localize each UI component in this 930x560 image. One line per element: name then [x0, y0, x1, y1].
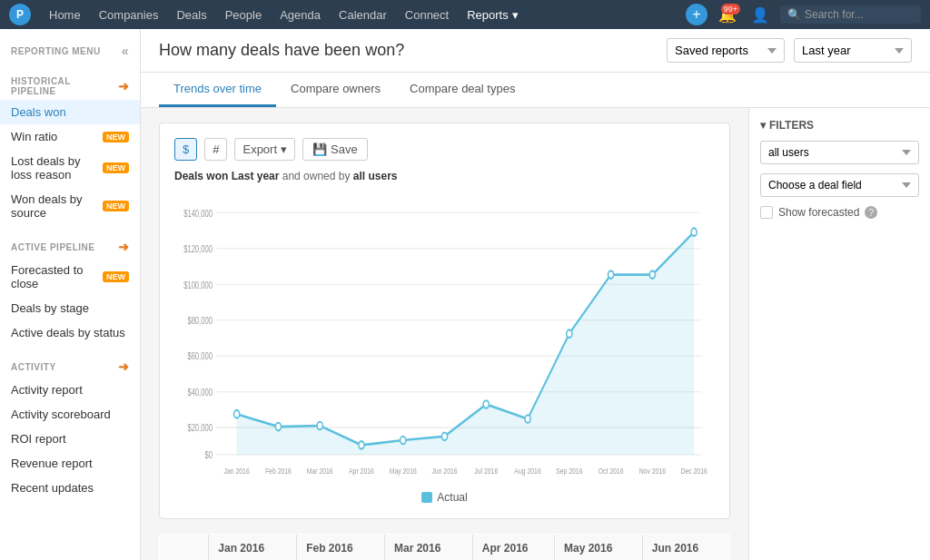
- svg-text:Dec 2016: Dec 2016: [680, 466, 707, 476]
- svg-text:Oct 2016: Oct 2016: [599, 466, 624, 476]
- tabs-bar: Trends over time Compare owners Compare …: [141, 73, 930, 108]
- app-logo[interactable]: P: [9, 4, 31, 25]
- chart-card: $ # Export ▾ 💾 Save Deals won: [159, 123, 730, 519]
- svg-text:Feb 2016: Feb 2016: [265, 466, 292, 476]
- table-col-jan: Jan 2016: [209, 535, 297, 561]
- nav-reports[interactable]: Reports ▾: [458, 0, 528, 29]
- main-area: How many deals have been won? Saved repo…: [141, 29, 930, 560]
- notification-badge: 99+: [721, 4, 740, 15]
- sidebar-item-recent-updates[interactable]: Recent updates: [0, 476, 140, 500]
- reports-dropdown-icon: ▾: [512, 8, 519, 22]
- svg-point-35: [483, 400, 489, 408]
- export-dropdown-icon: ▾: [281, 142, 287, 156]
- search-input[interactable]: [805, 8, 914, 21]
- avatar-icon: 👤: [751, 6, 769, 24]
- dollar-button[interactable]: $: [174, 138, 197, 161]
- svg-text:Jul 2016: Jul 2016: [474, 466, 498, 476]
- svg-text:$80,000: $80,000: [187, 316, 213, 327]
- nav-home[interactable]: Home: [40, 0, 90, 29]
- sidebar-item-deals-won[interactable]: Deals won: [0, 100, 140, 124]
- win-ratio-new-badge: NEW: [103, 132, 129, 142]
- page-header: How many deals have been won? Saved repo…: [141, 29, 930, 73]
- sidebar-item-roi-report[interactable]: ROI report: [0, 427, 140, 451]
- save-icon: 💾: [312, 142, 327, 156]
- svg-text:May 2016: May 2016: [390, 466, 417, 476]
- sidebar-active-pipeline-section: ACTIVE PIPELINE ➜ Forecasted to close NE…: [0, 232, 140, 345]
- users-filter-select[interactable]: all users my deals: [760, 141, 919, 164]
- won-source-new-badge: NEW: [103, 201, 129, 211]
- line-chart: $140,000 $120,000 $100,000 $80,000 $60,0…: [174, 193, 715, 484]
- svg-text:Sep 2016: Sep 2016: [556, 466, 583, 476]
- search-icon: 🔍: [787, 8, 801, 21]
- table-col-mar: Mar 2016: [385, 535, 473, 561]
- content-area: $ # Export ▾ 💾 Save Deals won: [141, 108, 748, 560]
- sidebar-item-deals-by-stage[interactable]: Deals by stage: [0, 296, 140, 320]
- svg-point-40: [691, 228, 697, 236]
- nav-agenda[interactable]: Agenda: [271, 0, 330, 29]
- svg-text:Apr 2016: Apr 2016: [349, 466, 374, 476]
- sidebar-reporting-menu-section: REPORTING MENU «: [0, 36, 140, 62]
- chart-legend: Actual: [174, 491, 715, 504]
- export-label: Export: [242, 142, 277, 156]
- svg-text:Aug 2016: Aug 2016: [514, 466, 541, 476]
- sidebar-active-pipeline-header: ACTIVE PIPELINE ➜: [0, 232, 140, 258]
- sidebar-item-won-by-source[interactable]: Won deals by source NEW: [0, 187, 140, 225]
- sidebar-historical-section: HISTORICAL PIPELINE ➜ Deals won Win rati…: [0, 69, 140, 225]
- svg-text:$20,000: $20,000: [187, 423, 213, 434]
- nav-deals[interactable]: Deals: [167, 0, 215, 29]
- activity-arrow-icon: ➜: [118, 359, 130, 374]
- filters-header: ▾ FILTERS: [760, 119, 919, 132]
- table-col-jun: Jun 2016: [642, 535, 729, 561]
- table-header-row: Jan 2016 Feb 2016 Mar 2016 Apr 2016 May …: [160, 535, 730, 561]
- svg-text:$40,000: $40,000: [187, 388, 213, 398]
- sidebar-reporting-menu-header: REPORTING MENU «: [0, 36, 140, 62]
- saved-reports-select[interactable]: Saved reports: [667, 38, 785, 63]
- svg-point-39: [649, 270, 655, 279]
- sidebar-item-win-ratio[interactable]: Win ratio NEW: [0, 124, 140, 149]
- search-box[interactable]: 🔍: [780, 5, 921, 24]
- info-icon[interactable]: ?: [865, 206, 877, 219]
- nav-calendar[interactable]: Calendar: [330, 0, 396, 29]
- nav-right-controls: + 🔔 99+ 👤 🔍: [686, 4, 921, 25]
- user-avatar[interactable]: 👤: [747, 4, 773, 25]
- sidebar-item-activity-scoreboard[interactable]: Activity scoreboard: [0, 402, 140, 427]
- svg-text:Nov 2016: Nov 2016: [639, 466, 667, 476]
- tab-compare-owners[interactable]: Compare owners: [276, 73, 395, 107]
- hash-button[interactable]: #: [204, 138, 227, 161]
- active-pipeline-arrow-icon: ➜: [118, 240, 130, 254]
- sidebar-item-forecasted[interactable]: Forecasted to close NEW: [0, 258, 140, 296]
- table-col-may: May 2016: [555, 535, 643, 561]
- show-forecasted-checkbox[interactable]: [760, 206, 773, 219]
- page-title: How many deals have been won?: [159, 41, 404, 60]
- tab-trends[interactable]: Trends over time: [159, 73, 276, 107]
- sidebar-activity-header: ACTIVITY ➜: [0, 352, 140, 378]
- add-button[interactable]: +: [686, 4, 707, 25]
- chart-area: $140,000 $120,000 $100,000 $80,000 $60,0…: [174, 193, 715, 484]
- sidebar-collapse-button[interactable]: «: [122, 44, 129, 58]
- show-forecasted-label: Show forecasted: [778, 206, 859, 219]
- sidebar-historical-header: HISTORICAL PIPELINE ➜: [0, 69, 140, 100]
- forecasted-new-badge: NEW: [103, 271, 129, 282]
- nav-companies[interactable]: Companies: [90, 0, 168, 29]
- svg-text:$120,000: $120,000: [183, 244, 213, 255]
- sidebar: REPORTING MENU « HISTORICAL PIPELINE ➜ D…: [0, 29, 141, 560]
- sidebar-item-active-by-status[interactable]: Active deals by status: [0, 320, 140, 345]
- tab-compare-deal-types[interactable]: Compare deal types: [395, 73, 529, 107]
- sidebar-item-lost-deals[interactable]: Lost deals by loss reason NEW: [0, 149, 140, 187]
- svg-point-29: [234, 410, 240, 418]
- notifications-button[interactable]: 🔔 99+: [715, 4, 740, 25]
- deal-field-select[interactable]: Choose a deal field: [760, 173, 919, 197]
- table-col-feb: Feb 2016: [297, 535, 385, 561]
- show-forecasted-row: Show forecasted ?: [760, 206, 919, 219]
- export-button[interactable]: Export ▾: [234, 138, 295, 161]
- legend-actual-color: [421, 492, 432, 503]
- sidebar-item-activity-report[interactable]: Activity report: [0, 378, 140, 402]
- table-col-apr: Apr 2016: [472, 535, 554, 561]
- header-controls: Saved reports Last year This year Last m…: [667, 38, 912, 63]
- nav-connect[interactable]: Connect: [396, 0, 458, 29]
- save-button[interactable]: 💾 Save: [302, 138, 368, 161]
- sidebar-item-revenue-report[interactable]: Revenue report: [0, 451, 140, 476]
- nav-people[interactable]: People: [216, 0, 271, 29]
- period-select[interactable]: Last year This year Last month This mont…: [794, 38, 912, 63]
- svg-point-32: [359, 441, 364, 449]
